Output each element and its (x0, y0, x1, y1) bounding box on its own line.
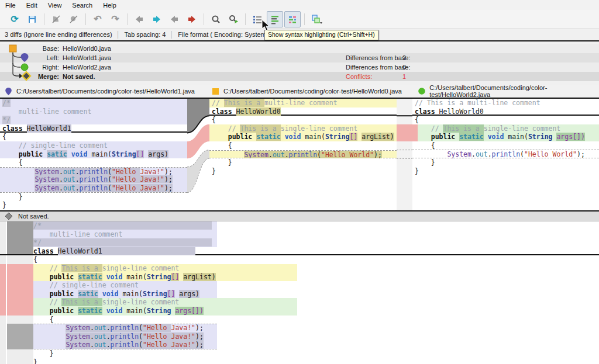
line-background (0, 193, 187, 202)
line-background (209, 141, 397, 150)
next-diff-button[interactable] (149, 11, 165, 27)
merged-pane-code-line: { (0, 255, 599, 264)
code-text: public static void main(String args[]) (415, 133, 585, 141)
merged-pane-code-line: /* (0, 221, 599, 230)
left-pane-code-line: multi-line comment (0, 108, 187, 116)
previous-diff-button[interactable] (131, 11, 147, 27)
left-diff-count: 2 (402, 54, 406, 61)
line-background (31, 255, 599, 264)
diff-count-status: 3 diffs (Ignore line ending differences) (5, 31, 112, 38)
code-text: { (212, 141, 232, 150)
merged-pane-code-line: System.out.println("Hello Java!"); (0, 324, 599, 332)
gutter-block (7, 255, 33, 264)
code-text: System.out.println("Hello Java!"); (2, 168, 173, 176)
right-pane-code-line: } (412, 158, 599, 167)
code-text: { (415, 116, 419, 124)
menu-search[interactable]: Search (67, 1, 98, 9)
left-pane-code-line: System.out.println("Hello Java!"); (0, 175, 187, 184)
line-background (412, 141, 599, 150)
code-text: System.out.println("Hello World"); (212, 151, 382, 158)
gutter-block (7, 264, 33, 273)
base-node-icon (9, 45, 16, 52)
code-text: System.out.println("Hello Java!"); (33, 332, 204, 341)
tooltip: Show syntax highlighting (Ctrl+Shift+H) (264, 30, 378, 40)
next-conflict-button[interactable] (184, 11, 200, 27)
right-pane[interactable]: // This is a multi-line commentclass Hel… (412, 99, 599, 210)
gutter-block (7, 358, 33, 364)
right-pane-code-line: { (412, 141, 599, 150)
merged-pane-code-line: System.out.println("Hello Java!"); (0, 341, 599, 349)
tab-spacing-status: Tab spacing: 4 (125, 31, 166, 38)
code-text: /* (33, 221, 212, 230)
left-node-icon (21, 53, 29, 62)
toolbar-separator (245, 13, 246, 25)
left-pane-code-line: */ (0, 116, 187, 124)
right-pane-code-line: System.out.println("Hello World"); (412, 150, 599, 159)
code-text: // This is a single-line comment (33, 298, 179, 307)
toolbar-separator (304, 13, 305, 25)
menu-file[interactable]: File (0, 1, 21, 9)
left-version-icon (5, 87, 12, 96)
code-text: multi-line comment (2, 108, 91, 116)
gutter-block (7, 332, 33, 341)
line-background (412, 158, 599, 167)
undo-button[interactable]: ↶ (89, 11, 106, 27)
redo-icon: ↷ (111, 15, 119, 24)
code-text: System.out.println("Hello Java!"); (33, 324, 204, 332)
save-button[interactable] (24, 11, 40, 27)
merge-left-icon (51, 14, 61, 25)
summary-row-base: Base: HelloWorld0.java (0, 44, 599, 53)
merged-pane-code-line: // This is a single-line comment (0, 264, 599, 273)
gutter-marker (0, 324, 6, 332)
base-pane-code-line: { (209, 141, 397, 150)
highlight-lines-icon (270, 14, 280, 25)
line-background (0, 116, 187, 124)
summary-row-left: Left: HelloWorld1.java Differences from … (0, 53, 599, 63)
merged-pane-code-line: class HelloWorld1 (0, 247, 599, 256)
line-background (31, 316, 599, 324)
base-file-header: C:/Users/talbert/Documents/coding/color-… (212, 85, 402, 97)
toolbar-separator (127, 13, 128, 25)
base-pane[interactable]: // This is a multi-line commentclass Hel… (209, 99, 397, 210)
base-pane-code-line: System.out.println("Hello World"); (209, 150, 397, 159)
merge-right-button[interactable] (66, 11, 82, 27)
code-text: multi-line comment (33, 230, 122, 239)
merge-left-button[interactable] (48, 11, 64, 27)
gutter-block (7, 281, 33, 290)
right-diff-count: 0 (402, 64, 406, 71)
merged-pane-code-line: System.out.println("Hello Java!"); (0, 332, 599, 341)
base-pane-code-line: { (209, 116, 397, 124)
gutter-block (7, 221, 33, 230)
code-text: // This is a single-line comment (212, 124, 357, 133)
code-text: /* (2, 99, 11, 108)
compare-copy-button[interactable] (308, 11, 325, 27)
toolbar-separator (44, 13, 44, 25)
base-pane-code-line: class HelloWorld0 (209, 108, 397, 116)
merged-pane-code-line: public static void main(String[] argList… (0, 273, 599, 282)
gutter-marker (0, 264, 6, 273)
menu-edit[interactable]: Edit (21, 1, 43, 9)
gutter-marker (0, 247, 6, 255)
redo-button[interactable]: ↷ (107, 11, 123, 27)
left-pane[interactable]: /* multi-line comment*/class HelloWorld1… (0, 99, 187, 210)
left-diff-count-label: Differences from base: (346, 54, 410, 61)
merged-pane-code-line: } (0, 349, 599, 358)
menu-help[interactable]: Help (98, 1, 122, 9)
compare-copy-icon (310, 14, 323, 25)
gutter-marker (0, 273, 6, 282)
find-button[interactable] (208, 11, 224, 27)
right-pane-code-line: // This is a multi-line comment (412, 99, 599, 108)
code-text: public static void main(String[] argList… (212, 133, 394, 141)
gutter-block (7, 307, 33, 316)
right-pane-code-line: // This is a single-line comment (412, 124, 599, 133)
refresh-button[interactable]: ⟳ (6, 11, 23, 27)
find-next-button[interactable] (225, 11, 242, 27)
menu-view[interactable]: View (43, 1, 67, 9)
previous-conflict-button[interactable] (166, 11, 183, 27)
left-file-path: C:/Users/talbert/Documents/coding/color-… (16, 88, 195, 95)
syntax-highlighting-button[interactable] (284, 11, 301, 27)
merged-pane[interactable]: /* multi-line comment*/ class HelloWorld… (0, 221, 599, 364)
code-text: System.out.println("Hello Java!"); (2, 184, 173, 192)
gutter-block (7, 290, 33, 299)
right-pane-code-line: public static void main(String args[]) (412, 133, 599, 141)
